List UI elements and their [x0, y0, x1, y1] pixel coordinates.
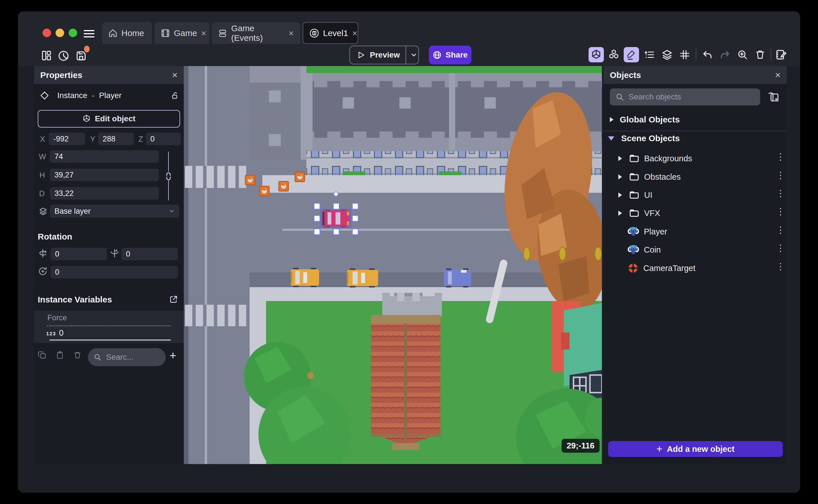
tab-level1[interactable]: Level1 ×	[303, 22, 358, 44]
y-field[interactable]: 288	[98, 133, 134, 145]
edit-object-button[interactable]: Edit object	[38, 110, 180, 128]
macos-close-button[interactable]	[43, 29, 51, 37]
cube-3d-icon	[82, 115, 91, 123]
panels-layout-icon[interactable]	[41, 50, 52, 61]
instance-variables-title: Instance Variables	[38, 295, 112, 304]
preview-split-divider	[405, 46, 406, 64]
variables-table: Force 123 0	[34, 311, 184, 343]
tab-game-events[interactable]: Game (Events) ×	[212, 22, 300, 44]
rotation-y-field[interactable]: 0	[121, 248, 178, 260]
tab-game[interactable]: Game ×	[155, 22, 209, 44]
w-field[interactable]: 74	[50, 150, 159, 163]
add-folder-icon[interactable]	[768, 91, 779, 103]
variables-search[interactable]	[88, 348, 166, 366]
grid-icon[interactable]	[677, 47, 692, 62]
variables-search-input[interactable]	[105, 352, 149, 362]
variable-name[interactable]: Force	[47, 314, 67, 322]
instances-list-icon[interactable]	[642, 47, 657, 62]
preview-button[interactable]: Preview	[349, 46, 419, 64]
tree-row-coin[interactable]: Coin	[627, 242, 780, 258]
macos-zoom-button[interactable]	[69, 29, 77, 37]
tab-home[interactable]: Home	[102, 22, 152, 44]
h-field[interactable]: 39,27	[50, 169, 159, 181]
tree-label: CameraTarget	[643, 264, 696, 273]
tab-label: Level1	[323, 28, 348, 38]
paste-icon[interactable]	[56, 351, 64, 360]
globe-icon	[433, 50, 442, 60]
kebab-menu-icon[interactable]: ⋮	[776, 152, 785, 161]
properties-panel: Properties × Instance - Player Edit obje…	[34, 66, 184, 464]
tree-row-obstacles[interactable]: Obstacles	[618, 169, 780, 185]
instance-type-label: Instance	[57, 91, 87, 100]
unlock-icon[interactable]	[171, 91, 179, 100]
tab-close-icon[interactable]: ×	[352, 29, 357, 38]
kebab-menu-icon[interactable]: ⋮	[776, 225, 785, 234]
add-variable-button[interactable]: +	[170, 349, 176, 362]
yellow-car-2[interactable]	[347, 268, 378, 287]
objects-panel: Objects × Global Objects Scene Objects	[604, 66, 787, 464]
play-icon	[357, 51, 365, 59]
red-roof-tower[interactable]	[371, 293, 442, 450]
tab-close-icon[interactable]: ×	[201, 29, 206, 38]
rotate-y-icon	[109, 248, 120, 258]
redo-icon[interactable]	[717, 47, 733, 62]
copy-icon[interactable]	[38, 351, 47, 360]
zoom-in-icon[interactable]	[735, 47, 750, 62]
home-icon	[108, 29, 117, 38]
delete-icon[interactable]	[753, 47, 768, 62]
tree-row-ui[interactable]: UI	[618, 187, 780, 203]
d-field[interactable]: 33,22	[50, 187, 159, 200]
rotation-x-field[interactable]: 0	[50, 248, 107, 260]
close-icon[interactable]: ×	[775, 69, 781, 81]
tree-row-cameratarget[interactable]: CameraTarget	[627, 260, 780, 276]
close-icon[interactable]: ×	[172, 69, 177, 81]
tree-row-player[interactable]: Player	[627, 224, 780, 240]
global-objects-section[interactable]: Global Objects	[610, 115, 780, 124]
chevron-down-icon[interactable]	[410, 51, 418, 59]
w-label: W	[39, 153, 46, 161]
tree-row-vfx[interactable]: VFX	[618, 205, 780, 221]
objects-search-input[interactable]	[628, 92, 748, 102]
kebab-menu-icon[interactable]: ⋮	[776, 189, 785, 198]
scene-objects-section[interactable]: Scene Objects	[608, 134, 778, 143]
z-field[interactable]: 0	[146, 133, 181, 145]
title-bar: Home Game × Game (Events) × Level1 ×	[18, 11, 800, 66]
scene-notes-edit-icon[interactable]	[773, 47, 789, 62]
tab-close-icon[interactable]: ×	[288, 29, 294, 38]
hamburger-menu-icon[interactable]	[84, 28, 94, 39]
yellow-car-1[interactable]	[291, 268, 319, 287]
tree-row-backgrounds[interactable]: Backgrounds	[618, 151, 780, 166]
blue-car[interactable]	[444, 268, 471, 287]
tree-label: Coin	[644, 245, 661, 255]
separator: -	[92, 91, 94, 100]
variable-name-underline	[47, 325, 171, 326]
macos-minimize-button[interactable]	[56, 29, 64, 37]
chevron-down-icon	[608, 136, 614, 141]
instance-object-name: Player	[99, 91, 121, 100]
undo-icon[interactable]	[700, 47, 715, 62]
tree-label: Obstacles	[644, 172, 681, 182]
kebab-menu-icon[interactable]: ⋮	[776, 243, 785, 253]
history-icon[interactable]	[58, 50, 69, 62]
link-dimensions-icon[interactable]	[165, 172, 172, 181]
add-new-object-button[interactable]: + Add a new object	[608, 441, 783, 457]
x-field[interactable]: -992	[49, 133, 85, 145]
layer-select[interactable]: Base layer	[50, 205, 179, 218]
trash-icon[interactable]	[73, 351, 82, 360]
objects-cubes-icon[interactable]	[606, 47, 622, 62]
variable-value[interactable]: 0	[59, 328, 64, 338]
kebab-menu-icon[interactable]: ⋮	[776, 262, 785, 271]
objects-search[interactable]	[610, 88, 760, 105]
share-button[interactable]: Share	[429, 46, 472, 64]
scene-editor-canvas[interactable]: 29;-116	[184, 66, 602, 464]
link-line-top	[168, 152, 169, 171]
rotation-z-field[interactable]: 0	[50, 266, 178, 278]
kebab-menu-icon[interactable]: ⋮	[776, 171, 785, 180]
view-3d-toggle[interactable]	[589, 47, 604, 62]
kebab-menu-icon[interactable]: ⋮	[776, 207, 785, 216]
layers-icon[interactable]	[660, 47, 675, 62]
section-divider	[604, 131, 787, 131]
external-link-icon[interactable]	[169, 295, 178, 304]
edit-mode-pencil-toggle[interactable]	[624, 47, 639, 62]
tree-label: Backgrounds	[644, 154, 692, 163]
